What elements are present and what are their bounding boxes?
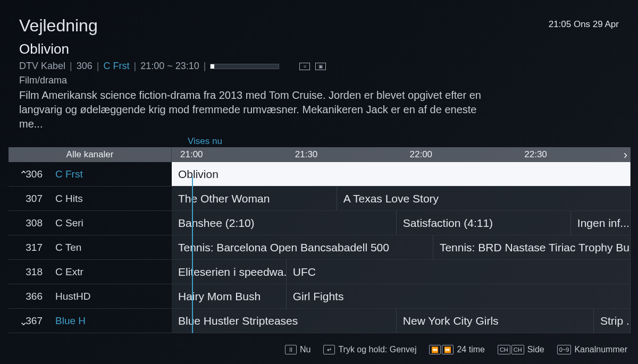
program-cell[interactable]: Banshee (2:10) <box>172 211 397 235</box>
channel-name: C Seri <box>55 217 83 229</box>
channel-name: C Hits <box>55 193 83 205</box>
hint-now: II Nu <box>285 345 310 354</box>
program-cell[interactable]: Tennis: Barcelona Open Bancsabadell 500 <box>172 235 433 259</box>
program-cell[interactable]: The Other Woman <box>172 187 337 210</box>
channel-row[interactable]: 308 C Seri Banshee (2:10) Satisfaction (… <box>9 211 631 235</box>
datetime: 21:05 Ons 29 Apr <box>549 16 619 30</box>
time-slot: 22:30 <box>516 147 631 162</box>
program-cell[interactable]: Eliteserien i speedwa... <box>172 260 287 284</box>
channel-name: C Ten <box>55 242 81 253</box>
progress-bar <box>210 64 279 69</box>
program-cell[interactable]: Ingen inf... <box>571 211 631 235</box>
scroll-right-icon[interactable]: › <box>624 148 627 162</box>
program-cell[interactable]: UFC <box>287 260 631 284</box>
channel-row[interactable]: 366 HustHD Hairy Mom Bush Girl Fights <box>9 284 631 309</box>
page-title: Vejledning <box>19 16 98 36</box>
channel-name: C Frst <box>55 168 83 180</box>
hint-shortcut: ↵ Tryk og hold: Genvej <box>323 345 416 354</box>
forward-icon: ⏩ <box>442 345 454 354</box>
program-title: Oblivion <box>19 41 619 57</box>
now-showing-label: Vises nu <box>188 136 222 147</box>
channel-row[interactable]: ⌃ 306 C Frst Oblivion <box>9 162 631 187</box>
program-cell[interactable]: Girl Fights <box>287 284 631 308</box>
divider: | <box>70 61 72 72</box>
numpad-icon: 0~9 <box>557 345 572 354</box>
divider: | <box>133 61 136 72</box>
channel-number: 317 <box>18 242 43 253</box>
scroll-up-icon[interactable]: ⌃ <box>19 168 28 181</box>
subtitle-icon: ≡ <box>299 63 310 70</box>
channel-number: 308 <box>18 217 43 229</box>
pause-icon: II <box>285 345 297 354</box>
hint-hours: ⏪ ⏩ 24 time <box>429 345 484 354</box>
time-range: 21:00 ~ 23:10 <box>140 61 199 72</box>
channel-row[interactable]: ⌄ 367 Blue H Blue Hustler Stripteases Ne… <box>9 309 631 333</box>
channel-name: C Extr <box>55 266 83 278</box>
divider: | <box>204 61 206 72</box>
enter-icon: ↵ <box>323 345 335 354</box>
program-meta: DTV Kabel | 306 | C Frst | 21:00 ~ 23:10… <box>19 61 619 72</box>
footer-hints: II Nu ↵ Tryk og hold: Genvej ⏪ ⏩ 24 time… <box>0 345 627 354</box>
hint-channelnum: 0~9 Kanalnummer <box>557 345 627 354</box>
info-icon: ▣ <box>315 63 326 70</box>
program-cell[interactable]: Satisfaction (4:11) <box>397 211 571 235</box>
epg-grid: Alle kanaler 21:00 21:30 22:00 22:30 › ⌃… <box>9 147 631 333</box>
program-cell[interactable]: Blue Hustler Stripteases <box>172 309 397 333</box>
channel-row[interactable]: 318 C Extr Eliteserien i speedwa... UFC <box>9 260 631 284</box>
ch-up-icon: CH <box>498 345 510 354</box>
channel-number: 307 <box>18 193 43 205</box>
program-info-panel: Oblivion DTV Kabel | 306 | C Frst | 21:0… <box>0 41 638 137</box>
program-cell[interactable]: Strip ... <box>594 309 631 333</box>
program-cell[interactable]: A Texas Love Story <box>337 187 631 210</box>
channel-name: C Frst <box>103 61 129 72</box>
channel-number: 318 <box>18 266 43 278</box>
source-label: DTV Kabel <box>19 61 65 72</box>
channel-number: 366 <box>18 291 43 302</box>
program-cell[interactable]: New York City Girls <box>397 309 594 333</box>
channel-row[interactable]: 307 C Hits The Other Woman A Texas Love … <box>9 187 631 211</box>
hint-page: CH CH Side <box>498 345 544 354</box>
program-cell[interactable]: Tennis: BRD Nastase Tiriac Trophy Bu... <box>433 235 631 259</box>
program-description: Film Amerikansk science fiction-drama fr… <box>19 88 503 131</box>
time-header-row: Alle kanaler 21:00 21:30 22:00 22:30 › <box>9 147 631 162</box>
time-slot: 22:00 <box>401 147 516 162</box>
time-slot: 21:30 <box>287 147 401 162</box>
scroll-down-icon[interactable]: ⌄ <box>19 315 28 328</box>
ch-down-icon: CH <box>511 345 524 354</box>
rewind-icon: ⏪ <box>429 345 441 354</box>
channel-name: HustHD <box>55 291 91 302</box>
program-cell[interactable]: Oblivion <box>172 162 631 186</box>
divider: | <box>97 61 99 72</box>
program-cell[interactable]: Hairy Mom Bush <box>172 284 287 308</box>
channel-number: 306 <box>77 61 93 72</box>
time-slot: 21:00 <box>172 147 287 162</box>
channel-name: Blue H <box>55 315 86 327</box>
channel-filter-header[interactable]: Alle kanaler <box>9 147 172 162</box>
program-genre: Film/drama <box>19 75 619 86</box>
channel-row[interactable]: 317 C Ten Tennis: Barcelona Open Bancsab… <box>9 235 631 260</box>
